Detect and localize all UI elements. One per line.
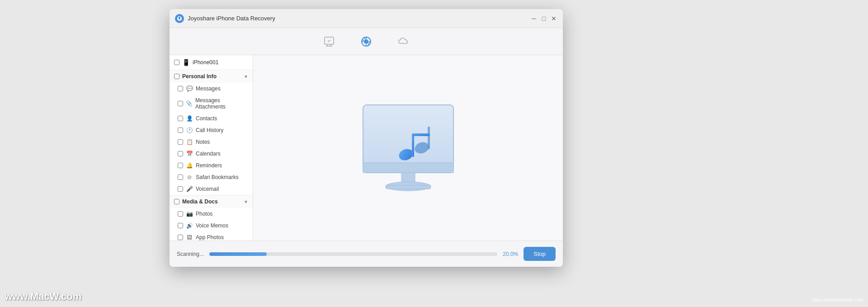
monitor-illustration (345, 96, 472, 200)
tab-icloud-recovery[interactable] (392, 32, 415, 52)
messages-attachments-checkbox[interactable] (178, 101, 183, 106)
bottom-bar: Scanning... 20.0% Stop (170, 241, 563, 267)
icloud-recovery-icon (396, 34, 410, 49)
contacts-icon: 👤 (186, 115, 193, 122)
notes-checkbox[interactable] (178, 139, 183, 145)
messages-checkbox[interactable] (178, 86, 183, 91)
contacts-checkbox[interactable] (178, 116, 183, 121)
sidebar-item-voicemail[interactable]: 🎤 Voicemail (170, 183, 253, 195)
reminders-icon: 🔔 (186, 162, 193, 169)
app-photos-label: App Photos (196, 234, 224, 241)
sidebar-item-app-photos[interactable]: 🖼 App Photos (170, 231, 253, 241)
itunes-recovery-icon (359, 34, 373, 49)
progress-bar-container (209, 252, 497, 256)
tab-device-recovery[interactable] (317, 32, 341, 52)
sidebar-item-notes[interactable]: 📋 Notes (170, 136, 253, 148)
personal-info-checkbox[interactable] (174, 74, 179, 79)
voicemail-checkbox[interactable] (178, 186, 183, 192)
safari-bookmarks-checkbox[interactable] (178, 175, 183, 180)
device-checkbox[interactable] (174, 60, 179, 65)
sidebar-item-call-history[interactable]: 🕐 Call History (170, 124, 253, 136)
personal-info-arrow: ▼ (244, 74, 248, 79)
tab-bar (170, 28, 563, 55)
call-history-checkbox[interactable] (178, 128, 183, 133)
photos-icon: 📷 (186, 211, 193, 217)
scanning-label: Scanning... (177, 251, 204, 257)
media-docs-checkbox[interactable] (174, 199, 179, 204)
media-docs-arrow: ▼ (244, 199, 248, 204)
sidebar-item-reminders[interactable]: 🔔 Reminders (170, 160, 253, 171)
messages-attachments-icon: 📎 (186, 100, 193, 107)
maximize-button[interactable]: □ (540, 15, 547, 22)
photos-checkbox[interactable] (178, 211, 183, 217)
sidebar-item-contacts[interactable]: 👤 Contacts (170, 113, 253, 124)
svg-rect-11 (428, 127, 430, 149)
tab-itunes-recovery[interactable] (354, 32, 378, 52)
svg-rect-4 (363, 163, 453, 173)
app-photos-icon: 🖼 (186, 234, 193, 241)
app-title: Joyoshare iPhone Data Recovery (188, 15, 530, 22)
device-label: iPhone001 (193, 59, 218, 66)
sidebar-item-voice-memos[interactable]: 🔊 Voice Memos (170, 220, 253, 231)
photos-label: Photos (196, 211, 212, 217)
main-content (253, 55, 563, 241)
watermark-right: https://www.MacW.com (812, 297, 863, 302)
sidebar-group-header-personal-info[interactable]: Personal Info ▼ (170, 70, 253, 83)
sidebar-item-messages-attachments[interactable]: 📎 Messages Attachments (170, 94, 253, 113)
reminders-label: Reminders (196, 162, 222, 169)
sidebar-group-header-media-docs[interactable]: Media & Docs ▼ (170, 195, 253, 208)
sidebar-group-media-docs: Media & Docs ▼ 📷 Photos 🔊 Voice Memos 🖼 (170, 195, 253, 241)
title-bar: Joyoshare iPhone Data Recovery ─ □ ✕ (170, 9, 563, 28)
voicemail-icon: 🎤 (186, 186, 193, 192)
notes-icon: 📋 (186, 139, 193, 145)
messages-attachments-label: Messages Attachments (195, 97, 248, 110)
contacts-label: Contacts (196, 115, 217, 122)
notes-label: Notes (196, 139, 210, 145)
safari-bookmarks-label: Safari Bookmarks (196, 174, 239, 180)
calendars-label: Calendars (196, 151, 221, 157)
sidebar: 📱 iPhone001 Personal Info ▼ 💬 Messages � (170, 55, 253, 241)
progress-percent: 20.0% (503, 251, 518, 257)
reminders-checkbox[interactable] (178, 163, 183, 168)
watermark-left: www.MacW.com (5, 291, 81, 302)
sidebar-item-calendars[interactable]: 📅 Calendars (170, 148, 253, 160)
stop-button[interactable]: Stop (524, 247, 556, 261)
voice-memos-checkbox[interactable] (178, 223, 183, 228)
sidebar-group-personal-info: Personal Info ▼ 💬 Messages 📎 Messages At… (170, 70, 253, 195)
media-docs-label: Media & Docs (182, 198, 241, 205)
svg-rect-12 (412, 133, 430, 136)
call-history-label: Call History (196, 127, 223, 133)
calendars-checkbox[interactable] (178, 151, 183, 156)
sidebar-item-messages[interactable]: 💬 Messages (170, 83, 253, 94)
app-window: Joyoshare iPhone Data Recovery ─ □ ✕ (170, 9, 563, 267)
device-recovery-icon (322, 34, 336, 49)
voice-memos-label: Voice Memos (196, 222, 228, 229)
sidebar-item-photos[interactable]: 📷 Photos (170, 208, 253, 220)
app-photos-checkbox[interactable] (178, 235, 183, 240)
personal-info-label: Personal Info (182, 73, 241, 80)
close-button[interactable]: ✕ (550, 15, 557, 22)
safari-bookmarks-icon: ⊘ (186, 174, 193, 180)
device-icon: 📱 (182, 59, 190, 66)
call-history-icon: 🕐 (186, 127, 193, 133)
sidebar-device-row[interactable]: 📱 iPhone001 (170, 55, 253, 70)
content-area: 📱 iPhone001 Personal Info ▼ 💬 Messages � (170, 55, 563, 241)
svg-rect-7 (386, 185, 431, 189)
voice-memos-icon: 🔊 (186, 222, 193, 229)
progress-bar-fill (209, 252, 267, 256)
app-logo (175, 14, 184, 23)
messages-icon: 💬 (186, 85, 193, 92)
minimize-button[interactable]: ─ (530, 15, 538, 22)
svg-rect-9 (412, 134, 414, 157)
sidebar-item-safari-bookmarks[interactable]: ⊘ Safari Bookmarks (170, 171, 253, 183)
voicemail-label: Voicemail (196, 186, 219, 192)
messages-label: Messages (196, 85, 221, 92)
calendars-icon: 📅 (186, 151, 193, 157)
window-controls: ─ □ ✕ (530, 15, 557, 22)
